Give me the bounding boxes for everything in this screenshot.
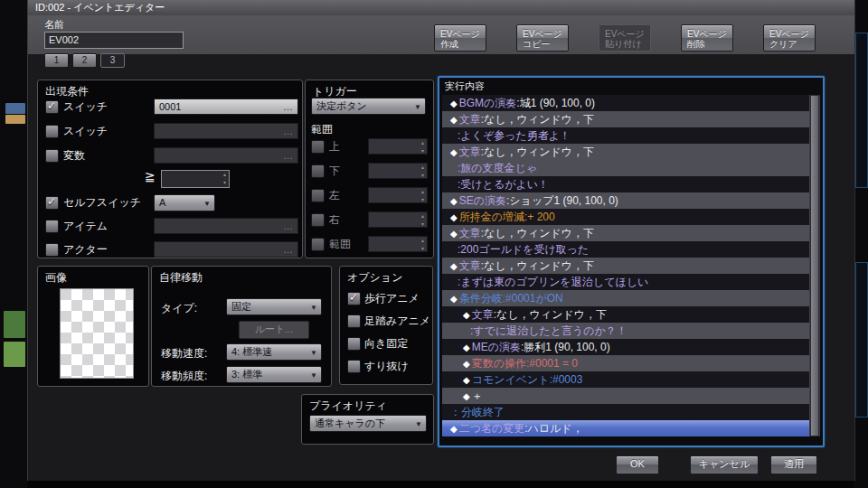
ev-page-button-line1: EVページ	[605, 29, 650, 39]
command-row[interactable]: :よくぞ参った勇者よ！	[442, 127, 810, 144]
item-checkbox[interactable]	[45, 220, 59, 233]
ev-page-button-line1: EVページ	[523, 29, 568, 39]
page-tab-2[interactable]: 2	[72, 53, 97, 68]
dialog-titlebar[interactable]: ID:002 - イベントエディター	[28, 0, 854, 15]
actor-checkbox[interactable]	[45, 243, 59, 257]
image-group: 画像	[37, 266, 149, 387]
variable-value-spinner: ▴▾	[161, 170, 230, 188]
command-row[interactable]: ◆変数の操作:#0001 = 0	[442, 355, 810, 371]
command-text: :ハロルド，	[524, 422, 582, 435]
option-checkbox[interactable]	[347, 314, 361, 328]
apply-button[interactable]: 適用	[770, 455, 817, 474]
image-title: 画像	[45, 270, 67, 286]
ev-page-button[interactable]: EVページクリア	[763, 24, 816, 52]
command-row[interactable]: :すでに退治したと言うのか？！	[442, 323, 810, 339]
self-switch-select[interactable]: A ▼	[154, 194, 215, 211]
command-text: 文章	[459, 227, 481, 239]
command-bullet-icon: ◆	[450, 99, 458, 108]
option-checkbox[interactable]	[347, 337, 361, 351]
option-checkbox[interactable]	[347, 360, 361, 373]
command-text: :受けとるがよい！	[458, 178, 549, 191]
ok-button[interactable]: OK	[616, 455, 659, 474]
priority-select[interactable]: 通常キャラの下 ▼	[309, 415, 427, 432]
command-scrollbar[interactable]	[809, 95, 820, 436]
cancel-button[interactable]: キャンセル	[690, 455, 759, 474]
range-checkbox[interactable]	[311, 164, 325, 178]
command-list: ◆BGMの演奏:城1 (90, 100, 0)◆文章:なし，ウィンドウ，下:よく…	[442, 95, 810, 436]
command-row[interactable]: :受けとるがよい！	[442, 176, 810, 192]
name-label: 名前	[44, 18, 64, 32]
range-row-label: 範囲	[329, 237, 351, 252]
command-row[interactable]: ◆MEの演奏:勝利1 (90, 100, 0)	[442, 339, 810, 355]
command-text: 条件分岐:#0001がON	[459, 292, 563, 305]
command-row[interactable]: ：分岐終了	[442, 404, 810, 420]
variable-field: …	[154, 147, 298, 164]
range-checkbox[interactable]	[311, 189, 325, 202]
chevron-down-icon: ▼	[415, 417, 422, 432]
switch1-field[interactable]: 0001 …	[154, 99, 298, 115]
switch2-checkbox[interactable]	[45, 125, 59, 138]
command-row[interactable]: ◆文章:なし，ウィンドウ，下	[442, 225, 810, 241]
command-row[interactable]: ◆二つ名の変更:ハロルド，	[442, 420, 810, 436]
command-row[interactable]: :200ゴールドを受け取った	[442, 241, 810, 258]
item-field: …	[154, 218, 298, 234]
option-label: 足踏みアニメ	[364, 314, 430, 329]
range-checkbox[interactable]	[311, 238, 325, 251]
command-panel: 実行内容 ◆BGMの演奏:城1 (90, 100, 0)◆文章:なし，ウィンドウ…	[438, 76, 825, 447]
ev-page-button[interactable]: EVページ作成	[434, 24, 486, 52]
variable-checkbox[interactable]	[45, 149, 59, 163]
trigger-select[interactable]: 決定ボタン ▼	[311, 98, 426, 115]
command-row[interactable]: ◆BGMの演奏:城1 (90, 100, 0)	[442, 95, 810, 111]
priority-value: 通常キャラの下	[315, 418, 385, 428]
event-editor-dialog: ID:002 - イベントエディター 名前 EV002 123 EVページ作成E…	[27, 0, 855, 481]
movement-type-select[interactable]: 固定 ▼	[226, 298, 322, 315]
variable-label: 変数	[63, 148, 85, 164]
switch1-value: 0001	[159, 101, 181, 112]
command-row[interactable]: :旅の支度金じゃ	[442, 160, 810, 176]
range-spinner: ▴▾	[368, 236, 428, 252]
movement-freq-select[interactable]: 3: 標準 ▼	[226, 366, 322, 383]
command-row[interactable]: ◆文章:なし，ウィンドウ，下	[442, 144, 810, 160]
command-row[interactable]: ◆条件分岐:#0001がON	[442, 290, 810, 306]
scrollbar-thumb[interactable]	[810, 95, 819, 436]
option-label: すり抜け	[364, 359, 409, 374]
spinner-arrows-icon: ▴▾	[421, 212, 424, 229]
command-row[interactable]: ◆所持金の増減:+ 200	[442, 209, 810, 225]
ev-page-button[interactable]: EVページコピー	[516, 24, 569, 52]
character-image-box[interactable]	[60, 288, 134, 379]
switch2-browse-icon: …	[283, 124, 293, 138]
range-checkbox[interactable]	[311, 213, 325, 227]
command-row[interactable]: ◆＋	[442, 388, 810, 404]
options-title: オプション	[347, 270, 402, 286]
switch1-checkbox[interactable]	[45, 100, 59, 114]
page-tab-1[interactable]: 1	[44, 53, 69, 68]
command-row[interactable]: :まずは東のゴブリンを退治してほしい	[442, 274, 810, 290]
movement-speed-select[interactable]: 4: 標準速 ▼	[226, 343, 322, 361]
self-switch-checkbox[interactable]	[45, 196, 59, 210]
page-tab-3[interactable]: 3	[100, 53, 125, 68]
command-text: ：分岐終了	[450, 406, 505, 418]
option-checkbox[interactable]	[347, 292, 361, 305]
range-checkbox[interactable]	[311, 140, 325, 154]
command-row[interactable]: ◆文章:なし，ウィンドウ，下	[442, 258, 810, 274]
trigger-value: 決定ボタン	[316, 100, 367, 111]
ev-page-button-line1: EVページ	[687, 29, 732, 39]
trigger-range-row: 範囲▴▾	[311, 236, 428, 260]
option-label: 歩行アニメ	[364, 291, 420, 306]
command-text: 変数の操作:#0001 = 0	[472, 357, 578, 370]
command-text: :200ゴールドを受け取った	[458, 243, 589, 256]
command-row[interactable]: ◆コモンイベント:#0003	[442, 371, 810, 388]
name-input[interactable]: EV002	[44, 32, 184, 49]
background-thumbnail-fragment	[4, 311, 25, 338]
command-row[interactable]: ◆文章:なし，ウィンドウ，下	[442, 306, 810, 323]
command-text: :なし，ウィンドウ，下	[481, 227, 594, 239]
command-bullet-icon: ◆	[450, 261, 458, 271]
chevron-down-icon: ▼	[310, 300, 317, 315]
command-text: 所持金の増減:+ 200	[459, 211, 555, 223]
command-row[interactable]: ◆SEの演奏:ショップ1 (90, 100, 0)	[442, 192, 810, 209]
command-row[interactable]: ◆文章:なし，ウィンドウ，下	[442, 111, 810, 127]
switch1-browse-icon[interactable]: …	[283, 99, 293, 114]
ev-page-button[interactable]: EVページ削除	[681, 24, 733, 52]
range-label: 範囲	[311, 122, 333, 137]
page-tabs: 123	[44, 53, 125, 68]
